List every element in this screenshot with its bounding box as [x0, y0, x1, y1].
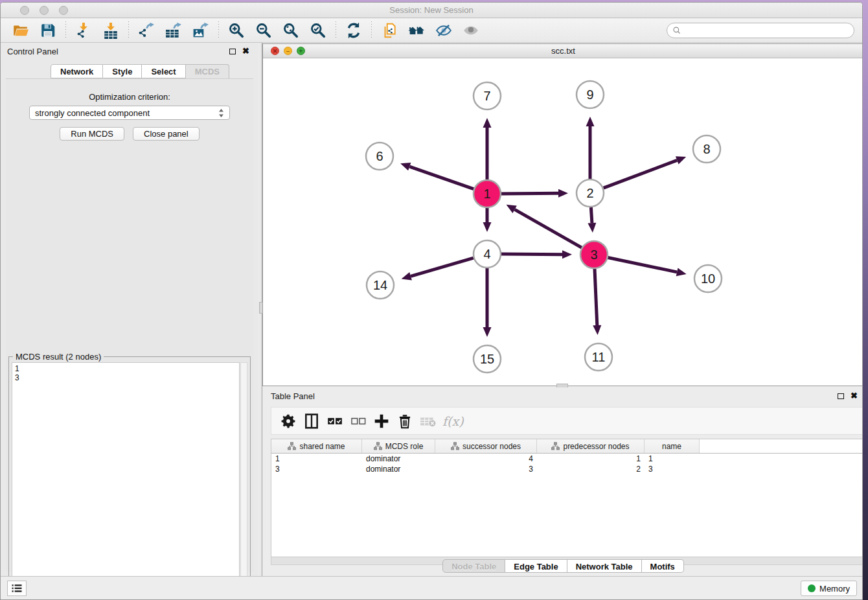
criterion-select[interactable]: strongly connected component: [29, 106, 230, 120]
run-mcds-button[interactable]: Run MCDS: [60, 127, 124, 141]
memory-button[interactable]: Memory: [801, 581, 857, 596]
graph-node-14[interactable]: 14: [367, 271, 394, 299]
open-session-button[interactable]: [10, 21, 32, 40]
column-header-successor-nodes[interactable]: successor nodes: [435, 439, 537, 453]
main-toolbar: [1, 19, 862, 43]
column-header-shared-name[interactable]: shared name: [271, 439, 362, 453]
apply-layout-button[interactable]: [343, 21, 365, 40]
first-neighbors-button[interactable]: [405, 21, 428, 40]
graph-node-1[interactable]: 1: [474, 180, 501, 207]
zoom-fit-button[interactable]: [280, 21, 302, 40]
cell-predecessor-nodes: 1: [537, 454, 645, 464]
select-all-button[interactable]: [323, 410, 347, 432]
main-titlebar: Session: New Session: [1, 3, 862, 18]
unselect-all-button[interactable]: [347, 410, 370, 432]
show-columns-button[interactable]: [300, 410, 323, 432]
import-table-button[interactable]: [100, 21, 122, 40]
table-options-button[interactable]: [277, 410, 300, 432]
close-panel-icon[interactable]: ✖: [242, 48, 249, 54]
tab-mcds[interactable]: MCDS: [186, 64, 229, 78]
tab-node-table[interactable]: Node Table: [442, 559, 505, 573]
search-input[interactable]: [685, 26, 849, 35]
clone-network-icon: [381, 22, 398, 39]
mcds-tab-content: Optimization criterion: strongly connect…: [6, 78, 253, 572]
eye-slash-icon: [435, 22, 452, 39]
svg-text:8: 8: [703, 142, 710, 156]
zoom-in-button[interactable]: [225, 21, 247, 40]
network-frame-title: scc.txt: [263, 46, 863, 56]
tab-edge-table[interactable]: Edge Table: [505, 559, 567, 573]
column-tree-icon: [551, 442, 560, 450]
network-frame-titlebar[interactable]: ✕ – + scc.txt: [263, 44, 863, 58]
svg-text:10: 10: [701, 271, 715, 286]
graph-node-4[interactable]: 4: [474, 240, 501, 268]
graph-node-15[interactable]: 15: [474, 345, 501, 373]
export-image-icon: [192, 22, 209, 39]
toolbar-separator: [218, 21, 219, 40]
list-icon: [10, 583, 23, 594]
network-view-frame: ✕ – + scc.txt 7968124314101511: [262, 43, 863, 386]
table-panel: Table Panel ✖ f(x) shared nameMCDS roles…: [262, 387, 863, 577]
add-column-button[interactable]: [370, 410, 393, 432]
column-header-MCDS-role[interactable]: MCDS role: [362, 439, 435, 453]
memory-status-icon: [808, 584, 816, 592]
graph-node-7[interactable]: 7: [474, 82, 501, 110]
cell-shared-name: 1: [271, 454, 362, 464]
graph-node-10[interactable]: 10: [694, 265, 722, 292]
graph-node-9[interactable]: 9: [577, 81, 604, 108]
network-canvas[interactable]: 7968124314101511: [263, 58, 863, 386]
column-header-predecessor-nodes[interactable]: predecessor nodes: [537, 439, 645, 453]
close-panel-button[interactable]: Close panel: [133, 127, 200, 141]
tab-network-table[interactable]: Network Table: [567, 559, 642, 573]
zoom-out-icon: [255, 22, 272, 39]
show-all-button[interactable]: [460, 21, 482, 40]
graph-node-2[interactable]: 2: [577, 179, 604, 207]
export-image-button[interactable]: [190, 21, 212, 40]
export-table-button[interactable]: [163, 21, 185, 40]
toolbar-separator: [371, 21, 372, 40]
function-builder-button[interactable]: f(x): [442, 414, 464, 428]
tab-select[interactable]: Select: [142, 64, 185, 78]
table-header-row: shared nameMCDS rolesuccessor nodesprede…: [271, 439, 863, 454]
zoom-selected-icon: [310, 22, 326, 39]
cell-predecessor-nodes: 2: [537, 464, 645, 474]
graph-node-3[interactable]: 3: [580, 241, 608, 268]
window-title: Session: New Session: [1, 5, 862, 15]
export-network-icon: [138, 22, 155, 39]
tab-motifs[interactable]: Motifs: [642, 559, 684, 573]
plus-icon: [373, 413, 390, 430]
svg-text:3: 3: [590, 248, 597, 262]
graph-node-6[interactable]: 6: [366, 143, 393, 170]
result-scrollbar[interactable]: [240, 362, 247, 599]
zoom-out-button[interactable]: [253, 21, 275, 40]
float-panel-icon[interactable]: [229, 49, 236, 54]
clone-network-button[interactable]: [378, 21, 400, 40]
save-session-button[interactable]: [37, 21, 59, 40]
import-network-button[interactable]: [73, 21, 95, 40]
float-table-panel-icon[interactable]: [838, 393, 844, 399]
column-tree-icon: [374, 442, 382, 450]
select-arrows-icon: [218, 108, 224, 118]
graph-node-11[interactable]: 11: [585, 343, 612, 371]
mcds-result-group: MCDS result (2 nodes) 1 3: [8, 356, 251, 600]
table-row[interactable]: 3dominator323: [271, 464, 863, 474]
search-field[interactable]: [667, 23, 854, 38]
unselect-all-icon: [350, 413, 367, 430]
tab-network[interactable]: Network: [51, 64, 103, 78]
export-network-button[interactable]: [135, 21, 157, 40]
delete-table-button[interactable]: [417, 410, 440, 432]
column-header-name[interactable]: name: [645, 439, 700, 453]
homes-icon: [408, 22, 425, 39]
tab-style[interactable]: Style: [103, 64, 142, 78]
mcds-result-list[interactable]: 1 3: [12, 362, 240, 599]
svg-text:11: 11: [592, 350, 606, 364]
close-table-panel-icon[interactable]: ✖: [851, 393, 858, 399]
graph-node-8[interactable]: 8: [693, 135, 720, 163]
task-history-button[interactable]: [7, 581, 27, 596]
column-tree-icon: [288, 442, 296, 450]
hide-selected-button[interactable]: [433, 21, 455, 40]
zoom-selected-button[interactable]: [307, 21, 329, 40]
delete-column-button[interactable]: [393, 410, 417, 432]
table-row[interactable]: 1dominator411: [271, 454, 863, 464]
svg-text:9: 9: [586, 87, 593, 102]
